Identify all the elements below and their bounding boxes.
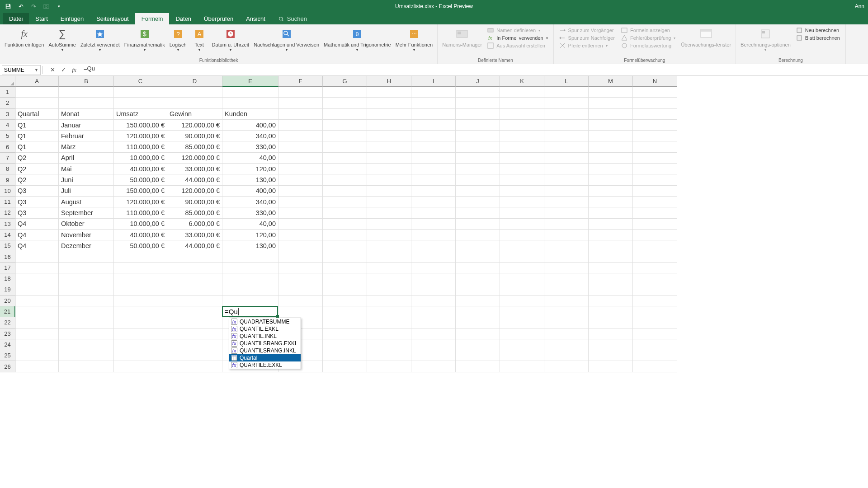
cell[interactable] bbox=[114, 339, 167, 350]
cell[interactable] bbox=[367, 273, 411, 284]
row-header[interactable]: 23 bbox=[0, 328, 15, 339]
cell[interactable]: 400,00 bbox=[222, 120, 278, 131]
cell[interactable] bbox=[411, 186, 456, 197]
cell[interactable] bbox=[278, 207, 323, 218]
cell[interactable] bbox=[367, 164, 411, 174]
cell[interactable] bbox=[411, 339, 456, 350]
cell[interactable] bbox=[15, 328, 59, 339]
cell[interactable] bbox=[114, 361, 167, 372]
cell[interactable] bbox=[589, 174, 633, 185]
cell[interactable] bbox=[323, 296, 367, 306]
cell[interactable] bbox=[367, 120, 411, 131]
cell[interactable] bbox=[633, 284, 677, 295]
cell[interactable]: 400,00 bbox=[222, 186, 278, 197]
cell[interactable] bbox=[367, 131, 411, 141]
tab-daten[interactable]: Daten bbox=[169, 13, 198, 24]
row-header[interactable]: 5 bbox=[0, 131, 15, 141]
cell[interactable] bbox=[59, 273, 114, 284]
insert-function-button[interactable]: fxFunktion einfügen bbox=[3, 26, 46, 53]
cell[interactable] bbox=[589, 284, 633, 295]
cell[interactable] bbox=[411, 87, 456, 98]
cell[interactable]: November bbox=[59, 230, 114, 240]
row-header[interactable]: 17 bbox=[0, 263, 15, 273]
cell[interactable] bbox=[411, 230, 456, 240]
cell[interactable] bbox=[367, 153, 411, 164]
tab-ansicht[interactable]: Ansicht bbox=[240, 13, 272, 24]
cell[interactable] bbox=[367, 306, 411, 317]
row-header[interactable]: 2 bbox=[0, 98, 15, 108]
cell[interactable] bbox=[323, 251, 367, 262]
cell[interactable] bbox=[59, 284, 114, 295]
cell[interactable] bbox=[411, 141, 456, 152]
cell[interactable] bbox=[544, 131, 589, 141]
cell[interactable]: Umsatz bbox=[114, 109, 167, 120]
save-button[interactable] bbox=[4, 2, 13, 11]
cell[interactable]: 40.000,00 € bbox=[114, 164, 167, 174]
cell[interactable]: 50.000,00 € bbox=[114, 240, 167, 251]
cell[interactable] bbox=[544, 296, 589, 306]
cell[interactable] bbox=[367, 284, 411, 295]
tab-file[interactable]: Datei bbox=[3, 13, 29, 24]
cell[interactable]: Juni bbox=[59, 174, 114, 185]
more-functions-button[interactable]: ⋯Mehr Funktionen▾ bbox=[394, 26, 435, 53]
cell[interactable]: 340,00 bbox=[222, 131, 278, 141]
cell[interactable] bbox=[544, 240, 589, 251]
column-header[interactable]: E bbox=[222, 76, 278, 87]
row-header[interactable]: 15 bbox=[0, 240, 15, 251]
cell[interactable]: 150.000,00 € bbox=[114, 120, 167, 131]
cell[interactable]: 120.000,00 € bbox=[167, 186, 222, 197]
cell[interactable] bbox=[411, 350, 456, 361]
cell[interactable] bbox=[589, 120, 633, 131]
cell[interactable] bbox=[167, 361, 222, 372]
cell[interactable] bbox=[367, 197, 411, 207]
row-header[interactable]: 12 bbox=[0, 207, 15, 218]
cell[interactable] bbox=[278, 164, 323, 174]
cell[interactable]: 40.000,00 € bbox=[114, 230, 167, 240]
cell[interactable] bbox=[633, 98, 677, 108]
column-header[interactable]: H bbox=[367, 76, 411, 87]
cell[interactable]: Q2 bbox=[15, 174, 59, 185]
undo-button[interactable]: ↶ bbox=[16, 2, 25, 11]
cell[interactable] bbox=[59, 350, 114, 361]
cell[interactable] bbox=[278, 273, 323, 284]
cell[interactable] bbox=[59, 328, 114, 339]
cell[interactable] bbox=[222, 98, 278, 108]
cell[interactable] bbox=[15, 306, 59, 317]
trace-precedents-button[interactable]: Spur zum Vorgänger bbox=[558, 27, 616, 34]
cell[interactable] bbox=[456, 251, 500, 262]
cell[interactable] bbox=[222, 284, 278, 295]
cell[interactable] bbox=[500, 273, 544, 284]
cell[interactable] bbox=[633, 120, 677, 131]
create-from-selection-button[interactable]: Aus Auswahl erstellen bbox=[486, 42, 548, 49]
cell[interactable] bbox=[589, 164, 633, 174]
cell[interactable] bbox=[167, 273, 222, 284]
cell[interactable] bbox=[278, 186, 323, 197]
cell[interactable]: Gewinn bbox=[167, 109, 222, 120]
cell[interactable] bbox=[456, 328, 500, 339]
cell[interactable] bbox=[544, 207, 589, 218]
cell[interactable] bbox=[544, 174, 589, 185]
cell[interactable] bbox=[323, 284, 367, 295]
cell[interactable] bbox=[500, 284, 544, 295]
cell[interactable] bbox=[633, 306, 677, 317]
column-header[interactable]: A bbox=[15, 76, 59, 87]
cell[interactable] bbox=[456, 263, 500, 273]
cell[interactable] bbox=[114, 251, 167, 262]
autocomplete-item[interactable]: fxQUARTILE.EXKL bbox=[229, 361, 301, 369]
cell[interactable] bbox=[544, 219, 589, 230]
cell[interactable] bbox=[500, 153, 544, 164]
cell[interactable] bbox=[500, 306, 544, 317]
text-button[interactable]: AText▾ bbox=[189, 26, 209, 53]
cell[interactable] bbox=[589, 87, 633, 98]
cell[interactable]: April bbox=[59, 153, 114, 164]
cell[interactable] bbox=[114, 306, 167, 317]
cell[interactable] bbox=[633, 207, 677, 218]
cell[interactable] bbox=[500, 87, 544, 98]
math-trig-button[interactable]: θMathematik und Trigonometrie▾ bbox=[322, 26, 393, 53]
cell[interactable] bbox=[15, 339, 59, 350]
cell[interactable] bbox=[544, 87, 589, 98]
cell[interactable] bbox=[411, 251, 456, 262]
cell[interactable] bbox=[544, 273, 589, 284]
autocomplete-item[interactable]: fxQUANTIL.EXKL bbox=[229, 325, 301, 333]
error-checking-button[interactable]: Fehlerüberprüfung ▾ bbox=[620, 34, 677, 42]
